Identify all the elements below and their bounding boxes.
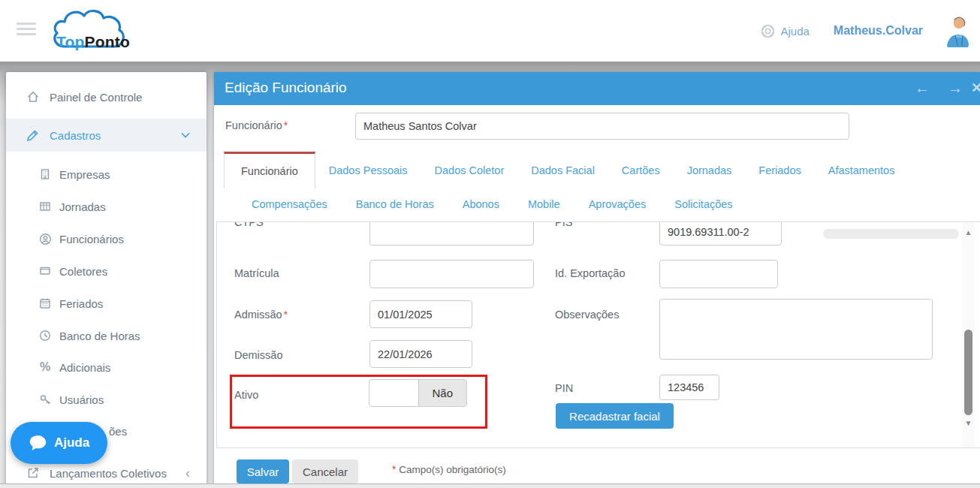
tab-mobile[interactable]: Mobile: [514, 198, 574, 210]
external-link-icon: [26, 466, 40, 480]
header-help-link[interactable]: Ajuda: [761, 24, 809, 38]
help-fab[interactable]: Ajuda: [11, 422, 107, 464]
brand-text: TopPonto: [56, 33, 130, 51]
chevron-down-icon: [181, 132, 190, 138]
admissao-label: Admissão*: [234, 309, 288, 321]
tab-cartoes[interactable]: Cartões: [608, 152, 674, 188]
sidebar-item-funcionarios[interactable]: Funcionários: [6, 223, 207, 255]
horizontal-scrollbar-strip[interactable]: [0, 483, 980, 488]
sidebar-item-banco-de-horas[interactable]: Banco de Horas: [6, 320, 207, 351]
tab-feriados[interactable]: Feriados: [745, 152, 814, 188]
tab-afastamentos[interactable]: Afastamentos: [815, 152, 909, 188]
employee-label: Funcionário*: [225, 119, 288, 131]
vertical-scrollbar[interactable]: ▲ ▼: [962, 222, 975, 447]
ativo-toggle[interactable]: Não: [369, 379, 467, 407]
placeholder-bar: [823, 229, 959, 239]
person-circle-icon: [38, 232, 52, 246]
panel-title: Edição Funcionário: [225, 80, 347, 96]
observacoes-textarea[interactable]: [659, 299, 933, 360]
demissao-input[interactable]: [369, 340, 472, 368]
chevron-left-icon: ‹: [185, 465, 190, 481]
panel-header: Edição Funcionário ← → ✕: [214, 72, 980, 105]
pis-label: PIS: [555, 221, 572, 228]
clock-icon: [38, 329, 52, 342]
pin-input[interactable]: [659, 375, 719, 400]
sidebar-item-adicionais[interactable]: % Adicionais: [6, 351, 207, 383]
ativo-label: Ativo: [234, 389, 258, 401]
scrollbar-down-icon[interactable]: ▼: [962, 419, 975, 427]
sidebar-item-label: Coletores: [59, 265, 107, 278]
close-button[interactable]: ✕: [971, 80, 980, 96]
building-icon: [38, 167, 52, 181]
sidebar-item-label: Usuários: [59, 393, 104, 406]
help-link-label: Ajuda: [780, 25, 809, 38]
pis-input[interactable]: [659, 221, 782, 246]
pencil-icon: [26, 128, 40, 142]
matricula-input[interactable]: [369, 260, 534, 288]
tab-banco-de-horas[interactable]: Banco de Horas: [342, 198, 448, 210]
panel-footer: Salvar Cancelar * Campo(s) obrigatório(s…: [214, 448, 980, 488]
edit-employee-panel: Edição Funcionário ← → ✕ Funcionário* Fu…: [214, 72, 980, 488]
required-asterisk: *: [284, 309, 288, 321]
tabs-row-1: Funcionário Dados Pessoais Dados Coletor…: [214, 152, 980, 188]
tab-abonos[interactable]: Abonos: [448, 198, 514, 210]
sidebar-item-jornadas[interactable]: Jornadas: [6, 191, 207, 222]
toggle-value: Não: [418, 380, 467, 406]
life-buoy-icon: [761, 24, 775, 38]
username-link[interactable]: Matheus.Colvar: [834, 24, 923, 38]
sidebar-item-label: Painel de Controle: [50, 91, 142, 104]
sidebar-item-label: Banco de Horas: [59, 330, 140, 342]
monitor-icon: [38, 264, 52, 278]
sidebar-item-label: Lançamentos Coletivos: [50, 467, 167, 480]
percent-icon: %: [38, 360, 52, 374]
sidebar-item-label: Jornadas: [59, 200, 106, 213]
ctps-input[interactable]: [369, 221, 534, 246]
tab-funcionario[interactable]: Funcionário: [224, 152, 315, 188]
home-icon: [26, 90, 40, 104]
tab-dados-facial[interactable]: Dados Facial: [517, 152, 608, 188]
tab-compensacoes[interactable]: Compensações: [237, 198, 342, 210]
tab-dados-coletor[interactable]: Dados Coletor: [421, 152, 518, 188]
cancel-button[interactable]: Cancelar: [292, 459, 358, 483]
help-fab-label: Ajuda: [54, 435, 89, 450]
sidebar-item-label: Feriados: [59, 297, 103, 310]
table-icon: [38, 200, 52, 213]
app-logo[interactable]: TopPonto: [50, 8, 128, 56]
sidebar-item-label: Adicionais: [59, 361, 110, 374]
tab-dados-pessoais[interactable]: Dados Pessoais: [315, 152, 421, 188]
sidebar-item-usuarios[interactable]: Usuários: [6, 384, 207, 415]
observacoes-label: Observações: [555, 309, 619, 321]
toggle-knob: [369, 380, 418, 406]
pin-label: PIN: [555, 382, 573, 394]
save-button[interactable]: Salvar: [237, 459, 289, 483]
recadastrar-facial-button[interactable]: Recadastrar facial: [556, 403, 674, 429]
tab-jornadas[interactable]: Jornadas: [674, 152, 746, 188]
menu-icon[interactable]: [17, 23, 36, 38]
sidebar-item-feriados[interactable]: Feriados: [6, 288, 207, 319]
sidebar-item-label: Empresas: [59, 168, 110, 181]
sidebar-item-painel-de-controle[interactable]: Painel de Controle: [6, 81, 207, 113]
form-scroll-area: CTPS PIS Matrícula Id. Exportação Admiss…: [216, 221, 980, 448]
demissao-label: Demissão: [234, 349, 282, 361]
app-header: TopPonto Ajuda Matheus.Colvar: [0, 0, 980, 62]
sidebar-item-label: Cadastros: [50, 129, 101, 142]
sidebar-item-empresas[interactable]: Empresas: [6, 158, 207, 190]
back-arrow-button[interactable]: ←: [915, 80, 930, 97]
scrollbar-thumb[interactable]: [964, 330, 972, 415]
tabs-row-2: Compensações Banco de Horas Abonos Mobil…: [214, 188, 980, 220]
id-exportacao-input[interactable]: [659, 260, 778, 288]
id-exportacao-label: Id. Exportação: [555, 267, 626, 279]
tab-aprovacoes[interactable]: Aprovações: [574, 198, 661, 210]
ctps-label: CTPS: [234, 221, 264, 228]
tab-solicitacoes[interactable]: Solicitações: [660, 198, 746, 210]
forward-arrow-button[interactable]: →: [948, 80, 963, 97]
matricula-label: Matrícula: [234, 267, 279, 279]
scrollbar-up-icon[interactable]: ▲: [962, 228, 975, 236]
sidebar-item-cadastros[interactable]: Cadastros: [6, 119, 207, 152]
sidebar-item-partially-hidden[interactable]: ões: [109, 425, 127, 438]
required-fields-note: * Campo(s) obrigatório(s): [390, 463, 506, 475]
sidebar-item-coletores[interactable]: Coletores: [6, 255, 207, 287]
admissao-input[interactable]: [369, 300, 472, 328]
employee-input[interactable]: [355, 113, 849, 140]
user-avatar[interactable]: [942, 14, 972, 47]
